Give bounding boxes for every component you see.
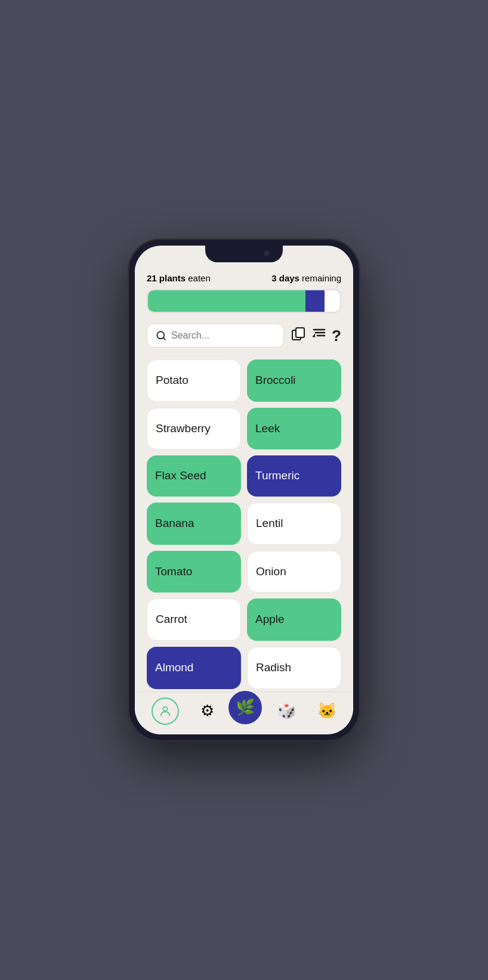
search-input[interactable]	[171, 330, 275, 341]
notch	[205, 246, 283, 262]
nav-settings[interactable]: ⚙	[192, 698, 223, 724]
sort-icon[interactable]	[311, 326, 327, 345]
plant-button[interactable]: Flax Seed	[147, 455, 241, 497]
phone-screen: 21 plants eaten 3 days remaining	[135, 246, 353, 734]
search-row: ?	[147, 324, 341, 348]
svg-rect-3	[296, 328, 304, 337]
days-count: 3	[271, 273, 276, 283]
plant-grid: PotatoBroccoliStrawberryLeekFlax SeedTur…	[147, 359, 341, 734]
copy-icon[interactable]	[290, 325, 307, 346]
progress-inner	[148, 290, 340, 312]
plant-button[interactable]: Apple	[247, 598, 341, 641]
progress-blue	[305, 290, 325, 312]
camera-dot	[264, 250, 270, 256]
nav-cat[interactable]: 🐱	[309, 698, 345, 724]
stats-row: 21 plants eaten 3 days remaining	[147, 273, 341, 283]
progress-bar-container	[147, 289, 341, 313]
nav-dice[interactable]: 🎲	[268, 698, 304, 724]
plant-button[interactable]: Lentil	[247, 503, 341, 545]
cat-icon: 🐱	[317, 702, 336, 720]
dice-icon: 🎲	[277, 702, 296, 720]
plant-button[interactable]: Banana	[147, 503, 241, 545]
plants-eaten-stat: 21 plants eaten	[147, 273, 211, 283]
plants-label: plants	[157, 273, 186, 283]
plant-button[interactable]: Turmeric	[247, 455, 341, 497]
progress-white	[325, 290, 340, 312]
help-icon[interactable]: ?	[332, 327, 341, 345]
nav-profile[interactable]	[143, 694, 187, 728]
bottom-nav: ⚙ 🌿 🎲 🐱	[135, 691, 353, 734]
days-remaining-stat: 3 days remaining	[271, 273, 341, 283]
plant-button[interactable]: Carrot	[147, 598, 241, 641]
phone-frame: 21 plants eaten 3 days remaining	[128, 238, 360, 742]
fab-button[interactable]: 🌿	[227, 689, 264, 726]
settings-icon: ⚙	[200, 702, 214, 720]
plant-button[interactable]: Potato	[147, 359, 241, 402]
screen-content: 21 plants eaten 3 days remaining	[135, 263, 353, 734]
plant-button[interactable]: Onion	[247, 551, 341, 593]
plant-button[interactable]: Radish	[247, 647, 341, 689]
leaf-icon: 🌿	[236, 698, 255, 717]
progress-green	[148, 290, 305, 312]
remaining-label: remaining	[299, 273, 341, 283]
plant-button[interactable]: Leek	[247, 408, 341, 450]
plant-button[interactable]: Tomato	[147, 551, 241, 593]
svg-line-1	[163, 337, 165, 339]
plant-button[interactable]: Strawberry	[147, 408, 241, 450]
svg-point-7	[163, 706, 167, 711]
search-input-wrap[interactable]	[147, 324, 284, 348]
plants-count: 21	[147, 273, 157, 283]
eaten-label: eaten	[186, 273, 211, 283]
plant-button[interactable]: Broccoli	[247, 359, 341, 402]
days-label: days	[277, 273, 299, 283]
toolbar-icons: ?	[290, 325, 341, 346]
plant-button[interactable]: Almond	[147, 647, 241, 689]
search-icon	[156, 330, 166, 341]
